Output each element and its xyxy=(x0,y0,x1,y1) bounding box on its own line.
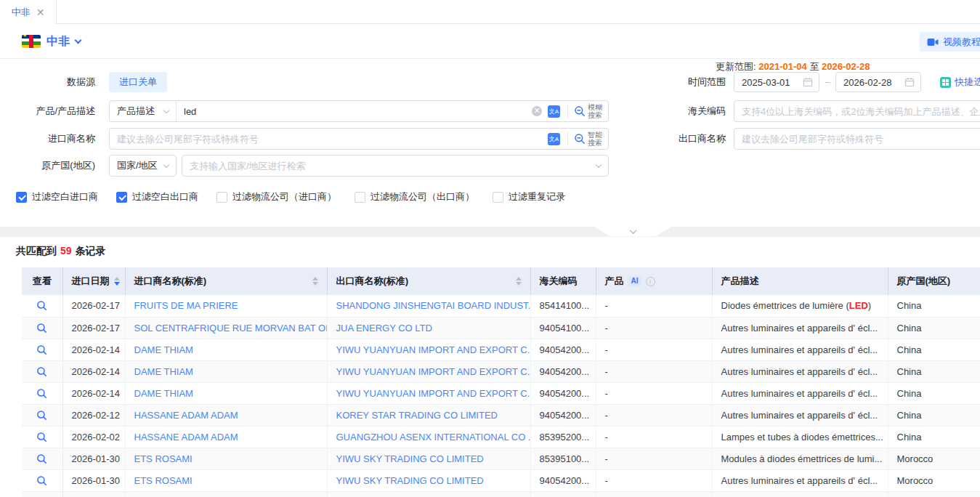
sort-icon[interactable] xyxy=(516,277,522,286)
clear-icon[interactable]: ✕ xyxy=(532,106,542,116)
magnifier-icon xyxy=(574,105,586,117)
origin-cell: Morocco xyxy=(888,448,980,469)
video-tutorial-button[interactable]: 视频教程 xyxy=(920,32,980,52)
country-selector[interactable]: 中非 xyxy=(46,34,81,49)
view-record-button[interactable] xyxy=(34,342,50,357)
checkbox[interactable] xyxy=(16,192,27,203)
import-date-cell: 2026-01-30 xyxy=(62,469,125,491)
video-camera-icon xyxy=(927,38,939,47)
filter-checkbox[interactable]: 过滤空白进口商 xyxy=(16,190,98,203)
exporter-link[interactable]: GUANGZHOU ASENX INTERNATIONAL CO ... xyxy=(336,432,531,443)
filter-checkbox[interactable]: 过滤重复记录 xyxy=(493,190,565,203)
product-desc-cell: Modules à diodes émettrices de lumi... xyxy=(712,448,888,469)
checkbox[interactable] xyxy=(216,192,227,203)
filter-checkbox[interactable]: 过滤物流公司（出口商） xyxy=(355,190,474,203)
origin-cell: China xyxy=(888,404,980,426)
exporter-link[interactable]: YIWU YUANYUAN IMPORT AND EXPORT C... xyxy=(336,366,531,377)
product-desc-cell: Lampes et tubes à diodes émettrices... xyxy=(712,426,888,448)
exporter-link[interactable]: YIWU SKY TRADING CO LIMITED xyxy=(336,475,484,486)
table-header-row: 查看 进口日期 进口商名称(标准) 出口商名称(标准) xyxy=(22,267,980,295)
importer-link[interactable]: ETS ROSAMI xyxy=(134,453,193,464)
filter-checkbox[interactable]: 过滤物流公司（进口商） xyxy=(216,190,336,203)
importer-link[interactable]: HASSANE ADAM ADAM xyxy=(134,410,238,421)
product-desc-cell: Autres luminaires et appareils d' écl... xyxy=(712,360,888,382)
chevron-down-icon xyxy=(629,227,636,234)
importer-cell xyxy=(125,491,327,497)
view-cell xyxy=(22,317,62,339)
import-declaration-chip[interactable]: 进口关单 xyxy=(109,72,167,92)
view-record-button[interactable] xyxy=(34,298,50,314)
exporter-link[interactable]: YIWU YUANYUAN IMPORT AND EXPORT C... xyxy=(336,344,531,355)
smart-search-button[interactable]: 智能搜索 xyxy=(568,131,608,147)
collapse-form-handle[interactable] xyxy=(594,227,671,236)
exporter-input[interactable] xyxy=(734,128,980,150)
app-window: 中非 ✕ 中非 视频教程 更新范围: 2021-01-04 至 2026-02-… xyxy=(0,0,980,497)
exporter-link[interactable]: KOREY STAR TRADING CO LIMITED xyxy=(336,410,498,421)
magnifier-icon xyxy=(36,453,47,464)
product-ai-cell: - xyxy=(596,448,712,469)
importer-link[interactable]: DAME THIAM xyxy=(134,388,193,399)
quick-select-icon xyxy=(940,77,951,88)
view-record-button[interactable] xyxy=(34,407,50,423)
col-importer[interactable]: 进口商名称(标准) xyxy=(125,267,327,295)
quick-select-button[interactable]: 快捷选择 xyxy=(940,76,980,89)
tab-zhongfei[interactable]: 中非 ✕ xyxy=(0,0,57,24)
product-desc-cell: Autres luminaires et appareils d' écl... xyxy=(712,317,888,339)
product-ai-cell: - xyxy=(596,382,712,404)
importer-label: 进口商名称 xyxy=(15,129,95,149)
product-search-input[interactable] xyxy=(177,101,530,121)
end-date-input[interactable]: 2026-02-28 xyxy=(835,72,921,92)
close-icon[interactable]: ✕ xyxy=(36,7,45,17)
chevron-down-icon xyxy=(163,108,169,113)
view-record-button[interactable] xyxy=(34,429,50,445)
info-icon[interactable]: i xyxy=(646,277,655,286)
product-ai-cell: - xyxy=(596,317,712,339)
translate-icon[interactable]: 文A xyxy=(548,105,560,118)
importer-input[interactable] xyxy=(110,129,548,149)
view-record-button[interactable] xyxy=(34,450,50,466)
ai-badge: AI xyxy=(628,276,641,286)
importer-cell: HASSANE ADAM ADAM xyxy=(125,426,327,448)
exporter-link[interactable]: JUA ENERGY CO LTD xyxy=(336,323,432,334)
filter-checkbox[interactable]: 过滤空白出口商 xyxy=(116,190,198,203)
exporter-link[interactable]: SHANDONG JINSHENGTAI BOARD INDUST... xyxy=(336,300,531,311)
importer-link[interactable]: DAME THIAM xyxy=(134,366,193,377)
checkbox[interactable] xyxy=(116,192,127,203)
origin-type-select[interactable]: 国家/地区 xyxy=(109,155,177,177)
hs-code-cell: 85414100... xyxy=(530,295,596,317)
search-form: 更新范围: 2021-01-04 至 2026-02-28 数据源 进口关单 时… xyxy=(0,59,980,227)
sort-icon[interactable] xyxy=(312,277,318,286)
tab-bar: 中非 ✕ xyxy=(0,0,980,24)
view-record-button[interactable] xyxy=(34,472,50,488)
view-cell xyxy=(22,339,62,360)
hs-code-input[interactable] xyxy=(734,100,980,122)
importer-link[interactable]: HASSANE ADAM ADAM xyxy=(134,432,238,443)
view-record-button[interactable] xyxy=(34,363,50,379)
col-import-date[interactable]: 进口日期 xyxy=(62,267,125,295)
importer-link[interactable]: FRUITS DE MA PRIERE xyxy=(134,300,238,311)
origin-cell: China xyxy=(888,295,980,317)
chevron-down-icon xyxy=(596,162,602,168)
importer-cell: HASSANE ADAM ADAM xyxy=(125,404,327,426)
view-record-button[interactable] xyxy=(34,320,50,336)
importer-link[interactable]: DAME THIAM xyxy=(134,344,193,355)
checkbox[interactable] xyxy=(493,192,503,203)
exporter-cell: JUA ENERGY CO LTD xyxy=(327,317,530,339)
col-exporter[interactable]: 出口商名称(标准) xyxy=(327,267,530,295)
sort-icon[interactable] xyxy=(114,277,120,286)
view-record-button[interactable] xyxy=(34,385,50,401)
import-date-cell: 2026-02-17 xyxy=(62,295,125,317)
translate-icon[interactable]: 文A xyxy=(548,133,560,145)
fuzzy-search-button[interactable]: 模糊搜索 xyxy=(568,103,608,119)
exporter-link[interactable]: YIWU SKY TRADING CO LIMITED xyxy=(336,453,484,464)
import-date-cell: 2026-01-30 xyxy=(62,448,125,469)
importer-link[interactable]: ETS ROSAMI xyxy=(134,475,193,486)
exporter-link[interactable]: YIWU YUANYUAN IMPORT AND EXPORT C... xyxy=(336,388,531,399)
view-cell xyxy=(22,448,62,469)
origin-search-input[interactable] xyxy=(190,161,596,171)
importer-link[interactable]: SOL CENTRAFRIQUE RUE MORVAN BAT OF... xyxy=(134,323,328,334)
product-type-select[interactable]: 产品描述 xyxy=(110,101,177,121)
import-date-cell: 2026-02-14 xyxy=(62,339,125,360)
start-date-input[interactable]: 2025-03-01 xyxy=(734,72,819,92)
checkbox[interactable] xyxy=(355,192,365,203)
